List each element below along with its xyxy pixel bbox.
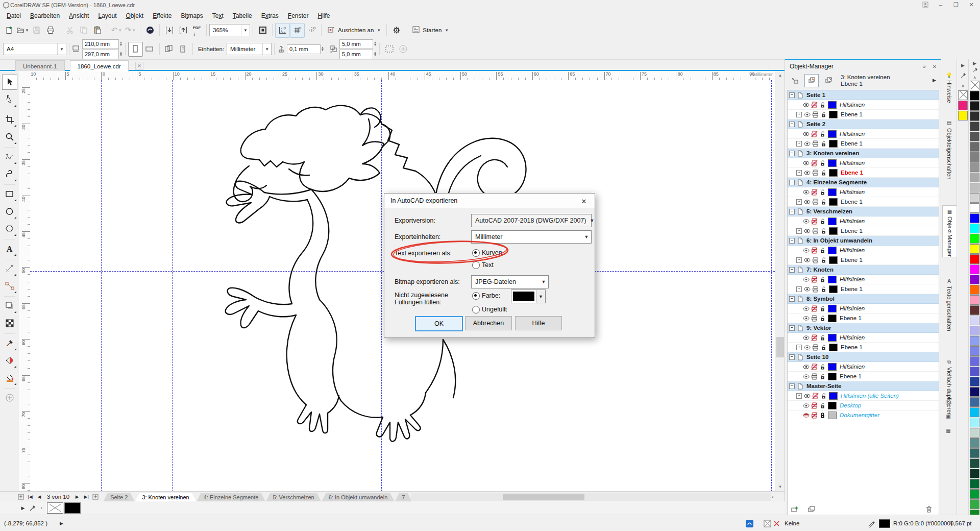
palette-scroll-up-icon[interactable]: ∧	[959, 81, 967, 90]
page-tab[interactable]: Seite 2	[103, 493, 135, 502]
outline-pen-icon[interactable]	[868, 520, 875, 527]
lock-icon[interactable]	[819, 276, 826, 283]
layer-page-row[interactable]: −6: In Objekt umwandeln	[788, 236, 939, 246]
color-swatch[interactable]	[970, 499, 979, 509]
layer-name[interactable]: Ebene 1	[841, 170, 863, 176]
chevron-down-icon[interactable]: ▼	[241, 25, 250, 36]
lock-icon[interactable]	[819, 247, 826, 254]
color-swatch[interactable]	[970, 275, 979, 284]
printable-icon[interactable]	[811, 188, 818, 196]
menu-bitmaps[interactable]: Bitmaps	[176, 11, 207, 21]
layer-color-swatch[interactable]	[829, 169, 838, 177]
pick-tool[interactable]	[2, 75, 17, 90]
color-swatch[interactable]	[970, 295, 979, 305]
radio-text[interactable]	[472, 261, 480, 269]
landscape-button[interactable]	[143, 42, 157, 56]
color-swatch[interactable]	[970, 152, 979, 162]
import-button[interactable]	[162, 23, 176, 37]
printable-icon[interactable]	[812, 198, 819, 206]
cancel-button[interactable]: Abbrechen	[465, 316, 512, 330]
radio-color[interactable]	[472, 292, 480, 300]
layer-name[interactable]: Hilfslinien	[840, 102, 865, 108]
color-swatch[interactable]	[970, 489, 979, 499]
layer-name[interactable]: Hilfslinien	[840, 276, 865, 282]
swatch-box-icon[interactable]: ▣	[945, 413, 952, 420]
printable-icon[interactable]	[811, 218, 818, 225]
lock-icon[interactable]	[820, 344, 827, 351]
printable-icon[interactable]	[812, 344, 819, 351]
lock-icon[interactable]	[819, 188, 826, 196]
layer-row[interactable]: Hilfslinien	[788, 362, 939, 372]
layer-name[interactable]: Ebene 1	[841, 199, 863, 205]
color-swatch[interactable]	[970, 326, 979, 335]
palette-flyout-icon[interactable]: ▶	[959, 61, 967, 69]
expand-icon[interactable]: +	[796, 257, 802, 263]
color-swatch[interactable]	[970, 234, 979, 244]
layer-page-row[interactable]: −Seite 1	[788, 90, 939, 100]
visibility-eye-icon[interactable]	[802, 412, 810, 419]
ruler-origin-corner[interactable]	[19, 71, 31, 81]
visibility-eye-icon[interactable]	[802, 373, 810, 380]
guideline-vertical[interactable]	[771, 80, 772, 491]
page-width-field[interactable]: 210,0 mm	[82, 39, 119, 49]
printable-icon[interactable]	[812, 285, 819, 293]
snap-to-button[interactable]: Ausrichten an▼	[324, 23, 384, 37]
duplicate-x-stepper[interactable]: ▲▼	[374, 41, 377, 46]
layer-color-swatch[interactable]	[828, 101, 837, 109]
last-page-button[interactable]: ▶|	[82, 492, 91, 501]
layer-color-swatch[interactable]	[829, 198, 838, 206]
expand-icon[interactable]: +	[796, 199, 802, 205]
expand-icon[interactable]: +	[796, 286, 802, 292]
expand-icon[interactable]: +	[796, 141, 802, 147]
color-wheel-icon[interactable]: ◯	[945, 398, 952, 405]
freehand-tool[interactable]	[3, 150, 17, 164]
lock-icon[interactable]	[820, 140, 827, 148]
visibility-eye-icon[interactable]	[803, 140, 811, 148]
layer-row[interactable]: Hilfslinien	[788, 216, 939, 226]
lock-icon[interactable]	[819, 101, 826, 109]
layer-color-swatch[interactable]	[828, 373, 837, 380]
palette-flyout-icon[interactable]: ▶	[970, 61, 979, 66]
collapse-icon[interactable]: −	[789, 180, 795, 185]
docker-flyout-icon[interactable]: »	[920, 62, 929, 70]
document-tab-close-icon[interactable]: ✕	[135, 62, 143, 70]
color-swatch[interactable]	[970, 336, 979, 346]
new-master-layer-button[interactable]	[804, 502, 819, 516]
layer-name[interactable]: Hilfslinien	[840, 131, 865, 137]
layer-color-swatch[interactable]	[829, 392, 838, 400]
menu-tabelle[interactable]: Tabelle	[228, 11, 257, 21]
page-height-stepper[interactable]: ▲▼	[119, 52, 122, 57]
menu-datei[interactable]: Datei	[2, 11, 26, 21]
first-page-button[interactable]: |◀	[26, 492, 35, 501]
color-swatch[interactable]	[970, 469, 979, 478]
page-tab[interactable]: 7	[395, 493, 412, 502]
color-swatch[interactable]	[970, 173, 979, 182]
layer-row[interactable]: Hilfslinien	[788, 158, 939, 168]
next-page-button[interactable]: ▶	[72, 492, 82, 501]
minimize-button[interactable]: –	[933, 0, 948, 9]
layer-name[interactable]: Hilfslinien	[840, 189, 865, 195]
color-black-swatch[interactable]	[64, 502, 81, 514]
layer-color-swatch[interactable]	[829, 111, 838, 118]
connector-tool[interactable]	[3, 279, 17, 294]
docker-tab-vielfach-duplizieren[interactable]: ⧉Vielfach duplizieren	[942, 356, 956, 416]
color-swatch[interactable]	[970, 244, 979, 254]
layer-name[interactable]: Ebene 1	[841, 257, 863, 263]
printable-icon[interactable]	[812, 227, 819, 235]
visibility-eye-icon[interactable]	[802, 276, 810, 283]
layer-row[interactable]: +Hilfslinien (alle Seiten)	[788, 391, 939, 401]
layer-color-swatch[interactable]	[828, 218, 837, 225]
layer-color-swatch[interactable]	[829, 285, 838, 293]
treat-as-filled-button[interactable]	[382, 42, 396, 56]
layer-row[interactable]: +Ebene 1	[788, 226, 939, 236]
layer-name[interactable]: Hilfslinien (alle Seiten)	[841, 393, 899, 399]
docker-tab-objekt-manager[interactable]: ▦Objekt-Manager	[942, 205, 957, 257]
color-swatch[interactable]	[970, 162, 979, 172]
docker-close-icon[interactable]: ✕	[930, 62, 939, 70]
layer-page-row[interactable]: −Seite 2	[788, 119, 939, 129]
grid-swatch-icon[interactable]: ▦	[945, 427, 952, 434]
dialog-title-bar[interactable]: In AutoCAD exportieren	[384, 194, 595, 208]
color-swatch[interactable]	[970, 407, 979, 417]
layer-name[interactable]: Desktop	[840, 402, 861, 408]
profile-button[interactable]	[918, 0, 933, 9]
